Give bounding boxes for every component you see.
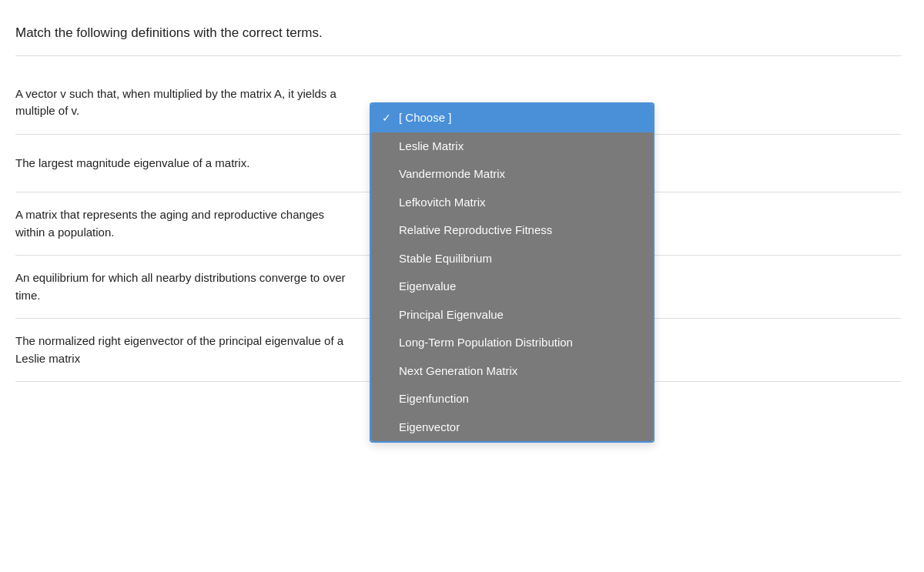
option-label: [ Choose ] xyxy=(399,109,642,127)
option-eigenvalue[interactable]: Eigenvalue xyxy=(371,273,653,301)
option-next-generation-matrix[interactable]: Next Generation Matrix xyxy=(371,357,653,386)
option-label: Stable Equilibrium xyxy=(399,250,642,268)
question-text-2: The largest magnitude eigenvalue of a ma… xyxy=(15,155,370,172)
option-label: Eigenvector xyxy=(399,419,642,437)
option-eigenvector[interactable]: Eigenvector xyxy=(371,413,653,442)
dropdown-1[interactable]: ✓ [ Choose ] Leslie Matrix Vandermonde M… xyxy=(370,102,654,443)
option-lefkovitch-matrix[interactable]: Lefkovitch Matrix xyxy=(371,189,653,217)
option-principal-eigenvalue[interactable]: Principal Eigenvalue xyxy=(371,301,653,329)
option-relative-reproductive-fitness[interactable]: Relative Reproductive Fitness xyxy=(371,216,653,245)
option-choose[interactable]: ✓ [ Choose ] xyxy=(371,104,653,132)
option-label: Principal Eigenvalue xyxy=(399,306,642,324)
option-label: Next Generation Matrix xyxy=(399,363,642,380)
option-label: Leslie Matrix xyxy=(399,138,642,156)
option-stable-equilibrium[interactable]: Stable Equilibrium xyxy=(371,245,653,273)
option-label: Eigenvalue xyxy=(399,278,642,296)
option-label: Vandermonde Matrix xyxy=(399,166,642,183)
questions-list: A vector v such that, when multiplied by… xyxy=(15,72,901,383)
option-eigenfunction[interactable]: Eigenfunction xyxy=(371,385,653,413)
page-container: Match the following definitions with the… xyxy=(0,0,924,572)
question-text-4: An equilibrium for which all nearby dist… xyxy=(15,269,370,304)
question-text-5: The normalized right eigenvector of the … xyxy=(15,333,370,367)
option-long-term-population[interactable]: Long-Term Population Distribution xyxy=(371,329,653,357)
check-icon: ✓ xyxy=(382,110,394,126)
page-title: Match the following definitions with the… xyxy=(15,23,901,56)
option-vandermonde-matrix[interactable]: Vandermonde Matrix xyxy=(371,160,653,189)
option-label: Long-Term Population Distribution xyxy=(399,334,642,352)
question-row-1: A vector v such that, when multiplied by… xyxy=(15,72,901,135)
option-leslie-matrix[interactable]: Leslie Matrix xyxy=(371,132,653,161)
question-text-1: A vector v such that, when multiplied by… xyxy=(15,85,370,120)
option-label: Relative Reproductive Fitness xyxy=(399,222,642,239)
question-text-3: A matrix that represents the aging and r… xyxy=(15,206,370,241)
option-label: Eigenfunction xyxy=(399,390,642,408)
option-label: Lefkovitch Matrix xyxy=(399,194,642,212)
